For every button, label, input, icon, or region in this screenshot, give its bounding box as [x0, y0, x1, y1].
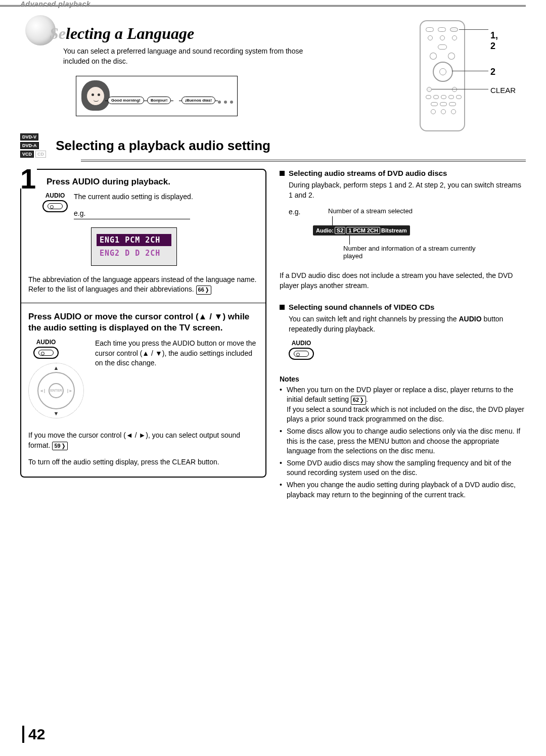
right-p1: During playback, perform steps 1 and 2. …: [289, 180, 526, 200]
remote-callout-2: 2: [490, 67, 495, 77]
audio-label: AUDIO: [289, 340, 314, 347]
eg-label: e.g.: [74, 209, 190, 219]
columns: 1 Press AUDIO during playback. AUDIO The…: [20, 169, 526, 502]
note-item: Some discs allow you to change audio sel…: [280, 427, 526, 456]
remote-callout-clear: CLEAR: [490, 86, 516, 94]
badge-dvdv: DVD-V: [20, 133, 38, 140]
section-heading: DVD-V DVD-A VCD CD Selecting a playback …: [20, 133, 526, 162]
badge-dvda: DVD-A: [20, 142, 39, 149]
cursor-control-icon: ENTER ▲ ▼ ◄∥ ∥►: [28, 363, 84, 418]
note-item: When you change the audio setting during…: [280, 480, 526, 500]
audio-label: AUDIO: [42, 192, 68, 199]
step1-desc: The current audio setting is displayed.: [74, 192, 258, 202]
note-item: Some DVD audio discs may show the sampli…: [280, 458, 526, 478]
ellipsis-dots-icon: [218, 101, 233, 104]
audio-button-icon: AUDIO: [289, 340, 314, 360]
enter-hub: ENTER: [49, 383, 64, 398]
remote-diagram: 1, 2 2 CLEAR: [420, 20, 465, 131]
step-divider: [21, 303, 265, 303]
audio-label: AUDIO: [33, 339, 59, 346]
audio-button-icon: AUDIO: [33, 339, 59, 359]
step2-desc: Each time you press the AUDIO button or …: [95, 339, 258, 368]
square-bullet-icon: [280, 305, 285, 310]
square-bullet-icon: [280, 171, 285, 176]
arrow-up-icon: ▲: [54, 365, 59, 371]
step-number-1: 1: [19, 169, 37, 188]
step2-note-b: If you move the cursor control (◄ / ►), …: [28, 431, 258, 450]
badge-vcd: VCD: [20, 151, 34, 158]
note-item: When you turn on the DVD player or repla…: [280, 385, 526, 424]
title-description: You can select a preferred language and …: [63, 46, 326, 66]
bar-prefix: Audio:: [316, 227, 334, 233]
badge-cd: CD: [35, 151, 46, 158]
right-column: Selecting audio streams of DVD audio dis…: [280, 169, 526, 502]
remote-outline: [420, 20, 465, 131]
arrow-down-icon: ▼: [54, 410, 59, 416]
title-rest: lecting a Language: [66, 24, 194, 42]
osd-line-selected: ENG1 PCM 2CH: [97, 234, 171, 246]
arrow-left-icon: ◄∥: [39, 388, 46, 393]
osd-line-unselected: ENG2 D D 2CH: [97, 247, 171, 259]
remote-callout-12: 1, 2: [490, 30, 498, 52]
pointer-label-2: Number and information of a stream curre…: [343, 245, 480, 260]
page-title: Selecting a Language: [50, 24, 194, 43]
step2-note-c: To turn off the audio setting display, p…: [28, 457, 258, 467]
speech-bubble: ¡Buenos días!: [181, 97, 215, 104]
right-h2: Selecting sound channels of VIDEO CDs: [280, 303, 526, 311]
right-h1: Selecting audio streams of DVD audio dis…: [280, 169, 526, 177]
speech-bubble: Good morning!: [108, 97, 144, 104]
page-ref-59: 59: [52, 442, 67, 450]
stream-bar: Audio: S2 1 PCM 2CH Bitstream: [313, 225, 410, 235]
left-column: 1 Press AUDIO during playback. AUDIO The…: [20, 169, 266, 502]
pointer-line: [332, 216, 333, 225]
right-p3: You can switch left and right channels b…: [289, 314, 526, 334]
step-box: 1 Press AUDIO during playback. AUDIO The…: [20, 169, 266, 478]
step1-note: The abbreviation of the language appears…: [28, 275, 258, 295]
audio-button-icon: AUDIO: [42, 192, 68, 212]
right-p2: If a DVD audio disc does not include a s…: [280, 271, 526, 291]
greeting-illustration: Good morning! Bonjour! ¡Buenos días!: [76, 76, 238, 116]
title-row: Selecting a Language You can select a pr…: [20, 10, 526, 131]
speech-bubble: Bonjour!: [147, 97, 171, 104]
bar-mid: 1 PCM 2CH: [346, 227, 380, 234]
arrow-right-icon: ∥►: [67, 388, 73, 393]
step1-note-text: The abbreviation of the language appears…: [28, 275, 256, 294]
section-title: Selecting a playback audio setting: [56, 138, 270, 153]
eg-label: e.g.: [289, 207, 300, 217]
section-tab: Advanced playback: [20, 0, 90, 8]
page-ref-66: 66: [196, 286, 211, 294]
notes-heading: Notes: [280, 375, 526, 383]
osd-display: ENG1 PCM 2CH ENG2 D D 2CH: [91, 227, 177, 266]
page-number: 42: [22, 726, 45, 743]
disc-badges: DVD-V DVD-A VCD CD: [20, 133, 54, 158]
section-underline: [81, 160, 526, 162]
notes-list: When you turn on the DVD player or repla…: [280, 385, 526, 500]
face-icon: [81, 80, 110, 111]
step2-heading: Press AUDIO or move the cursor control (…: [28, 311, 258, 334]
page-ref-62: 62: [351, 396, 366, 404]
step1-heading: Press AUDIO during playback.: [47, 177, 258, 187]
pointer-label-1: Number of a stream selected: [328, 207, 413, 215]
page-content: Selecting a Language You can select a pr…: [20, 10, 526, 746]
pointer-line: [349, 235, 350, 245]
bar-s2: S2: [335, 227, 345, 234]
bar-suffix: Bitstream: [381, 227, 407, 233]
title-prefix: Se: [50, 24, 66, 42]
